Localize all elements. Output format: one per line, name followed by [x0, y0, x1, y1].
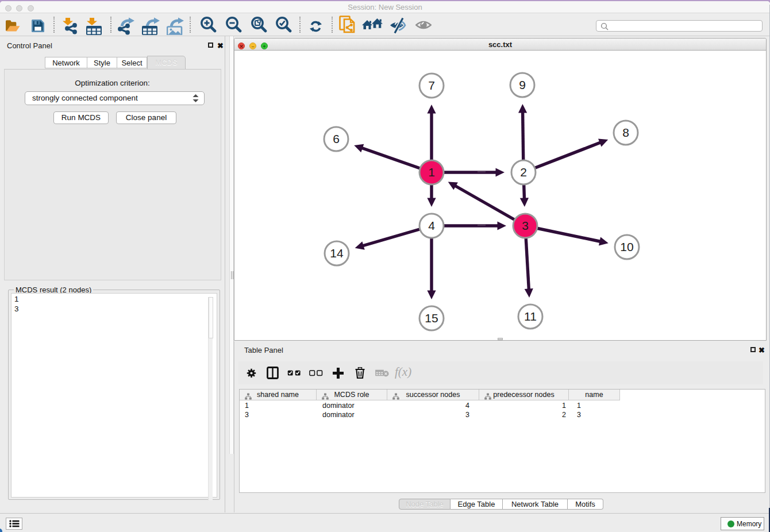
svg-text:1: 1 — [428, 165, 435, 179]
svg-text:7: 7 — [428, 79, 435, 92]
svg-text:3: 3 — [522, 219, 529, 232]
svg-text:11: 11 — [524, 310, 537, 323]
svg-text:6: 6 — [333, 132, 340, 145]
svg-text:4: 4 — [428, 219, 435, 232]
svg-text:8: 8 — [622, 126, 629, 139]
svg-text:14: 14 — [330, 246, 344, 260]
svg-text:10: 10 — [620, 240, 633, 253]
svg-text:15: 15 — [425, 311, 438, 325]
svg-text:2: 2 — [520, 165, 527, 179]
svg-text:9: 9 — [519, 78, 526, 91]
